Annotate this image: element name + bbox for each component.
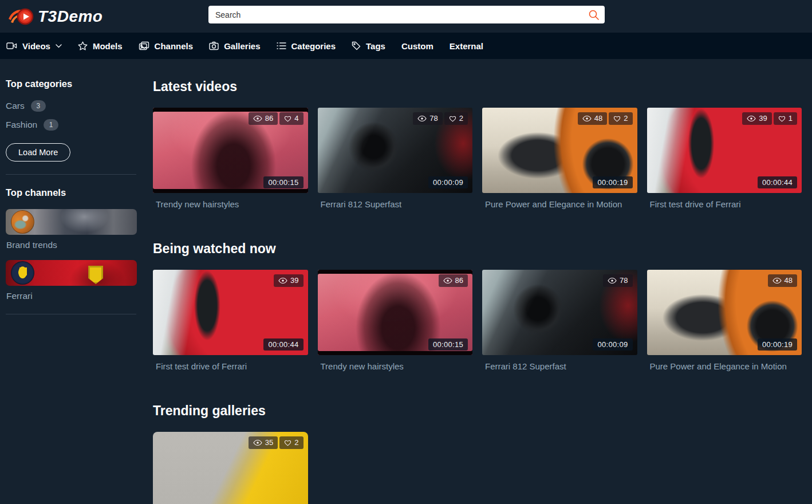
- duration-badge: 00:00:15: [263, 176, 303, 188]
- nav-item-videos[interactable]: Videos: [6, 41, 62, 51]
- likes-badge: 1: [774, 112, 797, 125]
- logo-text: T3Demo: [38, 7, 103, 26]
- video-card[interactable]: 39 00:00:44 First test drive of Ferrari: [153, 270, 308, 371]
- category-label: Fashion: [6, 120, 37, 130]
- nav-item-tags[interactable]: Tags: [352, 41, 385, 51]
- section-title: Being watched now: [153, 241, 802, 257]
- video-title[interactable]: Ferrari 812 Superfast: [321, 199, 473, 209]
- video-thumbnail[interactable]: 39 00:00:44: [153, 270, 308, 355]
- load-more-button[interactable]: Load More: [6, 143, 70, 162]
- sidebar-divider: [6, 174, 136, 175]
- views-badge: 35: [249, 436, 278, 449]
- duration-badge: 00:00:09: [593, 338, 632, 351]
- nav-label: Categories: [291, 41, 336, 51]
- search-input[interactable]: [208, 6, 605, 23]
- video-title[interactable]: Trendy new hairstyles: [156, 199, 308, 209]
- category-count-badge: 1: [44, 119, 58, 131]
- star-icon: [78, 41, 88, 51]
- section-title: Latest videos: [153, 79, 802, 94]
- section-being-watched: Being watched now 39 00:00:44 First test…: [153, 241, 802, 371]
- views-badge: 78: [413, 112, 442, 125]
- video-title[interactable]: Trendy new hairstyles: [321, 361, 473, 371]
- section-trending-galleries: Trending galleries 35 2: [153, 403, 802, 504]
- likes-badge: 4: [279, 112, 303, 125]
- video-card[interactable]: 78 2 00:00:09 Ferrari 812 Superfast: [318, 108, 473, 209]
- main-navigation: Videos Models Channels Galleries Categor…: [0, 33, 812, 59]
- section-title: Trending galleries: [153, 403, 802, 419]
- video-thumbnail[interactable]: 78 00:00:09: [482, 270, 637, 355]
- sidebar-item-cars[interactable]: Cars 3: [6, 100, 136, 112]
- nav-label: Videos: [22, 41, 50, 51]
- video-title[interactable]: First test drive of Ferrari: [156, 361, 308, 371]
- gallery-thumbnail[interactable]: 35 2: [153, 432, 308, 504]
- video-card[interactable]: 78 00:00:09 Ferrari 812 Superfast: [482, 270, 637, 371]
- nav-item-custom[interactable]: Custom: [401, 41, 433, 51]
- duration-badge: 00:00:19: [593, 176, 632, 188]
- category-label: Cars: [6, 101, 25, 111]
- chevron-down-icon: [56, 44, 62, 48]
- sidebar: Top categories Cars 3 Fashion 1 Load Mor…: [0, 59, 143, 504]
- nav-label: Galleries: [224, 41, 260, 51]
- nav-item-models[interactable]: Models: [78, 41, 123, 51]
- video-card[interactable]: 86 00:00:15 Trendy new hairstyles: [318, 270, 473, 371]
- channels-icon: [139, 41, 149, 50]
- video-card[interactable]: 86 4 00:00:15 Trendy new hairstyles: [153, 108, 308, 209]
- search-icon[interactable]: [588, 9, 600, 21]
- video-thumbnail[interactable]: 86 4 00:00:15: [153, 108, 308, 193]
- nav-label: Tags: [366, 41, 385, 51]
- likes-badge: 2: [609, 112, 632, 125]
- ferrari-shield-icon: [88, 266, 103, 284]
- nav-item-galleries[interactable]: Galleries: [209, 41, 260, 51]
- channel-name[interactable]: Ferrari: [6, 291, 136, 301]
- duration-badge: 00:00:44: [758, 176, 797, 188]
- list-icon: [277, 42, 286, 50]
- likes-badge: 2: [444, 112, 468, 125]
- video-card[interactable]: 39 1 00:00:44 First test drive of Ferrar…: [647, 108, 802, 209]
- nav-item-channels[interactable]: Channels: [139, 41, 194, 51]
- video-card[interactable]: 48 00:00:19 Pure Power and Elegance in M…: [647, 270, 802, 371]
- channel-avatar: [11, 261, 34, 285]
- nav-label: Channels: [155, 41, 194, 51]
- top-channels-heading: Top channels: [6, 187, 136, 198]
- sidebar-divider: [6, 314, 136, 314]
- nav-label: External: [450, 41, 483, 51]
- likes-badge: 2: [279, 436, 303, 449]
- duration-badge: 00:00:44: [263, 338, 303, 351]
- video-card[interactable]: 48 2 00:00:19 Pure Power and Elegance in…: [482, 108, 637, 209]
- views-badge: 39: [274, 274, 303, 287]
- video-title[interactable]: Pure Power and Elegance in Motion: [485, 199, 637, 209]
- search-bar: [208, 6, 605, 23]
- video-thumbnail[interactable]: 78 2 00:00:09: [318, 108, 473, 193]
- logo-flame-play-icon: [7, 6, 34, 27]
- video-title[interactable]: First test drive of Ferrari: [650, 199, 802, 209]
- channel-card-brand-trends[interactable]: Brand trends: [6, 209, 136, 250]
- nav-item-categories[interactable]: Categories: [277, 41, 336, 51]
- nav-label: Models: [93, 41, 123, 51]
- main-content: Latest videos 86 4: [143, 59, 812, 504]
- video-thumbnail[interactable]: 48 2 00:00:19: [482, 108, 637, 193]
- sidebar-item-fashion[interactable]: Fashion 1: [6, 119, 136, 131]
- nav-label: Custom: [401, 41, 433, 51]
- camera-icon: [209, 41, 219, 50]
- video-title[interactable]: Ferrari 812 Superfast: [485, 361, 637, 371]
- views-badge: 48: [768, 274, 797, 287]
- video-thumbnail[interactable]: 39 1 00:00:44: [647, 108, 802, 193]
- video-thumbnail[interactable]: 48 00:00:19: [647, 270, 802, 355]
- section-latest-videos: Latest videos 86 4: [153, 79, 802, 209]
- channel-name[interactable]: Brand trends: [6, 240, 136, 250]
- views-badge: 86: [249, 112, 278, 125]
- nav-item-external[interactable]: External: [450, 41, 483, 51]
- video-title[interactable]: Pure Power and Elegance in Motion: [650, 361, 802, 371]
- channel-avatar: [11, 210, 34, 234]
- views-badge: 48: [578, 112, 607, 125]
- channel-card-ferrari[interactable]: Ferrari: [6, 260, 136, 301]
- site-logo[interactable]: T3Demo: [7, 6, 103, 27]
- video-camera-icon: [6, 41, 17, 50]
- views-badge: 78: [603, 274, 632, 287]
- duration-badge: 00:00:15: [428, 338, 468, 351]
- views-badge: 39: [742, 112, 771, 125]
- duration-badge: 00:00:19: [758, 338, 797, 351]
- category-count-badge: 3: [31, 100, 46, 112]
- video-thumbnail[interactable]: 86 00:00:15: [318, 270, 473, 355]
- gallery-card[interactable]: 35 2: [153, 432, 308, 504]
